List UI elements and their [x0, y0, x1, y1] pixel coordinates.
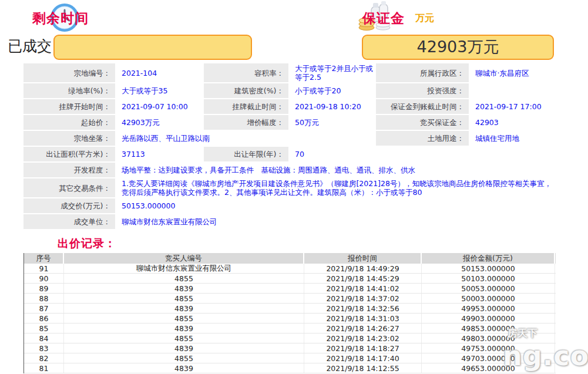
bid-amount: 50053.000000	[422, 284, 555, 293]
field-label: 投资强度：	[376, 83, 469, 98]
column-header-amount: 报价金额(万元)	[422, 253, 555, 264]
field-value: 光岳路以西、平山卫路以南	[116, 131, 375, 146]
bid-no: 86	[24, 314, 64, 323]
bid-records-title: 出价记录：	[58, 236, 116, 251]
bid-bidder: 4855	[64, 333, 304, 343]
field-value: 42903万元	[116, 115, 203, 130]
land-auction-page: 剩余时间 保证金 万元 已成交 42903万元 宗地编号： 2021-104	[0, 0, 588, 374]
field-value: 37113	[116, 147, 203, 161]
field-label: 建筑密度(%)：	[204, 83, 288, 98]
bid-time: 2021/9/18 14:41:02	[304, 284, 422, 293]
info-row-deal-price: 成交价(万元)： 50153.000000	[23, 198, 556, 213]
bid-no: 88	[24, 294, 64, 303]
field-value: 2021-09-17 17:00	[470, 99, 556, 114]
info-row-other-conditions: 其它交易条件： 1.竞买人要详细阅读《聊城市房地产开发项目建设条件意见书》（聊建…	[23, 178, 556, 197]
bid-time: 2021/9/18 14:49:29	[304, 264, 422, 273]
bid-table-header: 序号 竞买人编号 报价时间 报价金额(万元)	[24, 253, 556, 264]
field-label: 所属行政区：	[376, 63, 469, 82]
bid-time: 2021/9/18 14:12:55	[304, 363, 422, 373]
field-label: 容积率：	[204, 63, 288, 82]
top-banner: 剩余时间 保证金 万元 已成交 42903万元	[0, 0, 588, 63]
field-label: 挂牌截止时间：	[204, 99, 288, 114]
field-value: 50153.000000	[116, 198, 556, 213]
bid-no: 91	[24, 264, 64, 273]
bid-time: 2021/9/18 14:23:02	[304, 333, 422, 343]
bid-time: 2021/9/18 14:17:40	[304, 353, 422, 363]
field-value: 42903	[470, 115, 556, 130]
bid-amount: 49903.000000	[422, 314, 555, 323]
info-row-development: 开发程度： 场地平整：达到建设要求，具备开工条件 基础设施：周围通路、通电、通讯…	[23, 163, 556, 177]
bid-row: 86 4855 2021/9/18 14:31:03 49903.000000	[24, 314, 556, 324]
bid-time: 2021/9/18 14:37:02	[304, 294, 422, 303]
bid-no: 85	[24, 324, 64, 333]
field-value: 2021-104	[116, 63, 203, 82]
field-value: 聊城市·东昌府区	[470, 63, 556, 82]
field-label: 起始价：	[23, 115, 115, 130]
bid-bidder: 4855	[64, 294, 304, 303]
field-label: 成交单位：	[23, 214, 115, 229]
info-row-start-price: 起始价： 42903万元 增价幅度： 50万元 竞买保证金： 42903	[23, 115, 556, 130]
bid-no: 87	[24, 304, 64, 313]
bid-row: 82 4855 2021/9/18 14:17:40 49703.000000	[24, 353, 556, 363]
deposit-label: 保证金	[362, 9, 405, 28]
bid-no: 84	[24, 333, 64, 343]
deposit-amount-box: 42903万元	[362, 35, 554, 60]
bid-time: 2021/9/18 14:31:03	[304, 314, 422, 323]
field-label: 出让面积(平方米)：	[23, 147, 115, 161]
countdown-label: 剩余时间	[32, 9, 89, 28]
deal-status-label: 已成交	[8, 36, 52, 56]
bid-amount: 49853.000000	[422, 324, 555, 333]
bid-time: 2021/9/18 14:45:29	[304, 274, 422, 283]
field-value	[470, 83, 556, 98]
bid-bidder: 4839	[64, 304, 304, 313]
info-row-parcel-number: 宗地编号： 2021-104 容积率： 大于或等于2并且小于或等于2.5 所属行…	[23, 63, 556, 82]
column-header-no: 序号	[24, 253, 64, 264]
info-row-green-rate: 绿地率(%)： 大于或等于35 建筑密度(%)： 小于或等于20 投资强度：	[23, 83, 556, 98]
column-header-time: 报价时间	[304, 253, 422, 264]
bid-no: 81	[24, 363, 64, 373]
field-value: 聊城市财信东宸置业有限公司	[116, 214, 556, 229]
field-label: 土地用途：	[376, 131, 469, 146]
bid-amount: 50003.000000	[422, 294, 555, 303]
field-label: 绿地率(%)：	[23, 83, 115, 98]
info-row-area: 出让面积(平方米)： 37113 出让年限(年)： 70	[23, 147, 556, 161]
bid-row: 84 4855 2021/9/18 14:23:02 49803.000000	[24, 333, 556, 343]
field-value: 大于或等于35	[116, 83, 203, 98]
field-value: 50万元	[290, 115, 375, 130]
bid-amount: 50103.000000	[422, 274, 555, 283]
countdown-timer-box	[53, 35, 252, 60]
field-label: 保证金到账截止时间：	[376, 99, 469, 114]
bid-bidder: 聊城市财信东宸置业有限公司	[64, 264, 304, 273]
field-label: 出让年限(年)：	[204, 147, 288, 161]
bid-time: 2021/9/18 14:32:56	[304, 304, 422, 313]
bid-amount: 49753.000000	[422, 343, 555, 353]
field-value: 场地平整：达到建设要求，具备开工条件 基础设施：周围通路、通电、通讯、排水、供水	[116, 163, 556, 177]
parcel-info-table: 宗地编号： 2021-104 容积率： 大于或等于2并且小于或等于2.5 所属行…	[23, 63, 556, 230]
field-value: 大于或等于2并且小于或等于2.5	[290, 63, 375, 82]
bid-bidder: 4855	[64, 353, 304, 363]
bid-no: 82	[24, 353, 64, 363]
bid-bidder: 4839	[64, 343, 304, 353]
field-label: 竞买保证金：	[376, 115, 469, 130]
field-value: 70	[290, 147, 375, 161]
field-label: 其它交易条件：	[23, 178, 115, 197]
field-value: 2021-09-07 10:00	[116, 99, 203, 114]
info-row-location: 宗地坐落： 光岳路以西、平山卫路以南 土地用途： 城镇住宅用地	[23, 131, 556, 146]
bid-bidder: 4855	[64, 274, 304, 283]
bid-row: 87 4839 2021/9/18 14:32:56 49953.000000	[24, 304, 556, 314]
bid-bidder: 4839	[64, 324, 304, 333]
bid-amount: 49653.000000	[422, 363, 555, 373]
bid-no: 90	[24, 274, 64, 283]
field-value: 小于或等于20	[290, 83, 375, 98]
bid-row: 91 聊城市财信东宸置业有限公司 2021/9/18 14:49:29 5015…	[24, 264, 556, 274]
bid-time: 2021/9/18 14:18:27	[304, 343, 422, 353]
field-value: 城镇住宅用地	[470, 131, 556, 146]
deposit-unit-label: 万元	[415, 12, 434, 25]
column-header-bidder: 竞买人编号	[64, 253, 304, 264]
field-label: 开发程度：	[23, 163, 115, 177]
field-label: 宗地编号：	[23, 63, 115, 82]
bid-amount: 49953.000000	[422, 304, 555, 313]
bid-amount: 49803.000000	[422, 333, 555, 343]
bid-amount: 49703.000000	[422, 353, 555, 363]
bid-row: 81 4839 2021/9/18 14:12:55 49653.000000	[24, 363, 556, 373]
